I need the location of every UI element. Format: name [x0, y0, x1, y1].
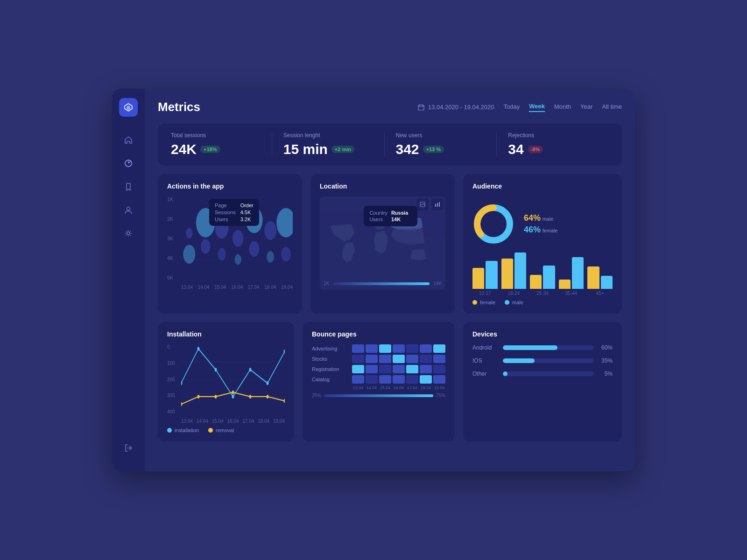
map-tooltip: Country Russia Users 14K — [364, 206, 417, 226]
age-chart: 13-17 18-24 25-34 35-44 45+ female — [472, 252, 613, 305]
main-content: Metrics 13.04.2020 - 19.04.2020 Today We… — [145, 89, 635, 471]
devices-title: Devices — [472, 330, 613, 338]
device-ios-bar-fill — [503, 358, 535, 363]
location-title: Location — [320, 182, 445, 190]
tooltip-sessions-val: 4.5K — [240, 210, 254, 215]
svg-point-43 — [181, 402, 182, 406]
tooltip-sessions-label: Sessions — [215, 210, 236, 215]
sidebar-icon-bookmark[interactable] — [119, 177, 138, 196]
stat-session-length: Session lenght 15 min +2 min — [272, 132, 385, 157]
age-bars-area — [472, 252, 613, 289]
card-devices: Devices Android 60% IOS 35% — [463, 322, 622, 441]
nav-month[interactable]: Month — [554, 103, 571, 112]
female-label: 46% female — [524, 225, 558, 235]
legend-removal: removal — [208, 427, 234, 433]
svg-point-15 — [233, 230, 243, 247]
map-controls — [416, 198, 444, 210]
age-bar-male-3 — [572, 257, 584, 289]
stat-label-rejections: Rejections — [508, 132, 598, 139]
bounce-scale-max: 75% — [436, 393, 445, 398]
donut-svg — [472, 203, 514, 245]
map-image-btn[interactable] — [416, 198, 429, 210]
nav-year[interactable]: Year — [580, 103, 592, 112]
legend-female: female — [472, 300, 495, 305]
device-other-bar-bg — [503, 371, 594, 376]
age-bar-male-1 — [514, 252, 526, 289]
age-group-18-24 — [501, 252, 527, 289]
card-audience: Audience 64% male — [463, 174, 622, 314]
donut-row: 64% male 46% female — [472, 203, 613, 245]
svg-point-19 — [264, 221, 276, 240]
sidebar-logo[interactable] — [119, 98, 138, 117]
svg-rect-3 — [418, 105, 424, 110]
bounce-row-advertising: Advertising — [312, 344, 445, 353]
audience-title: Audience — [472, 182, 613, 190]
tooltip-order-label: Order — [240, 203, 254, 208]
page-title: Metrics — [158, 100, 200, 114]
card-actions: Actions in the app 5K 4K 3K 2K 1K — [158, 174, 302, 314]
age-group-35-44 — [559, 257, 584, 289]
map-scale-bar — [333, 282, 430, 285]
svg-rect-25 — [435, 204, 436, 207]
svg-point-49 — [284, 399, 285, 403]
device-android: Android 60% — [472, 344, 613, 351]
age-bar-female-4 — [587, 266, 599, 289]
bounce-scale: 25% 75% — [312, 393, 445, 398]
devices-list: Android 60% IOS 35% Other — [472, 344, 613, 377]
installation-title: Installation — [167, 330, 285, 338]
svg-point-40 — [249, 368, 252, 371]
svg-point-1 — [127, 207, 130, 210]
nav-all-time[interactable]: All time — [602, 103, 622, 112]
svg-point-39 — [232, 395, 234, 399]
sidebar — [112, 89, 145, 471]
legend-installation: installation — [167, 427, 199, 433]
sidebar-bottom — [119, 439, 138, 462]
tooltip-users-label: Users — [215, 217, 236, 222]
stat-value-users: 342 +13 % — [396, 141, 486, 157]
bounce-cells-stocks — [352, 355, 445, 363]
svg-point-41 — [267, 381, 269, 385]
device-ios-pct: 35% — [599, 357, 613, 364]
legend-dot-removal — [208, 428, 213, 433]
sidebar-icon-settings[interactable] — [119, 224, 138, 243]
age-group-25-34 — [530, 266, 555, 289]
device-ios-bar-bg — [503, 358, 594, 363]
line-x-labels: 13.04 14.04 15.04 16.04 17.04 18.04 19.0… — [181, 419, 285, 424]
donut-labels: 64% male 46% female — [524, 213, 558, 235]
age-group-13-17 — [472, 261, 498, 289]
nav-week[interactable]: Week — [529, 103, 545, 112]
nav-today[interactable]: Today — [504, 103, 520, 112]
grid-row-2: Installation 400 300 200 100 0 — [158, 322, 622, 441]
age-bar-female-2 — [530, 275, 542, 289]
stat-new-users: New users 342 +13 % — [385, 132, 497, 157]
stat-value-rejections: 34 -8% — [508, 141, 598, 157]
legend-dot-install — [167, 428, 172, 433]
age-bar-male-4 — [601, 276, 613, 289]
legend-male: male — [505, 300, 523, 305]
users-value: 14K — [391, 216, 412, 223]
sidebar-icon-chart[interactable] — [119, 154, 138, 173]
sidebar-icon-logout[interactable] — [119, 439, 138, 457]
bounce-scale-bar — [324, 394, 433, 397]
bounce-row-registration: Registration — [312, 365, 445, 373]
age-bar-female-3 — [559, 280, 571, 289]
donut-chart — [472, 203, 514, 245]
device-other-label: Other — [472, 371, 498, 377]
calendar-icon — [418, 104, 424, 111]
svg-point-9 — [183, 245, 195, 264]
svg-point-18 — [249, 241, 260, 257]
svg-rect-26 — [437, 203, 438, 207]
sidebar-icon-home[interactable] — [119, 131, 138, 149]
stat-badge-length: +2 min — [331, 146, 354, 153]
device-android-bar-fill — [503, 345, 557, 350]
legend-dot-female — [472, 300, 477, 305]
map-chart-btn[interactable] — [431, 198, 444, 210]
line-chart: 400 300 200 100 0 — [167, 344, 285, 424]
map-scale: 1K 14K — [324, 281, 442, 286]
svg-point-38 — [215, 368, 217, 371]
age-group-45-plus — [587, 266, 613, 289]
sidebar-icon-user[interactable] — [119, 201, 138, 219]
svg-point-48 — [267, 395, 269, 399]
age-x-labels: 13-17 18-24 25-34 35-44 45+ — [472, 291, 613, 296]
device-ios: IOS 35% — [472, 357, 613, 364]
